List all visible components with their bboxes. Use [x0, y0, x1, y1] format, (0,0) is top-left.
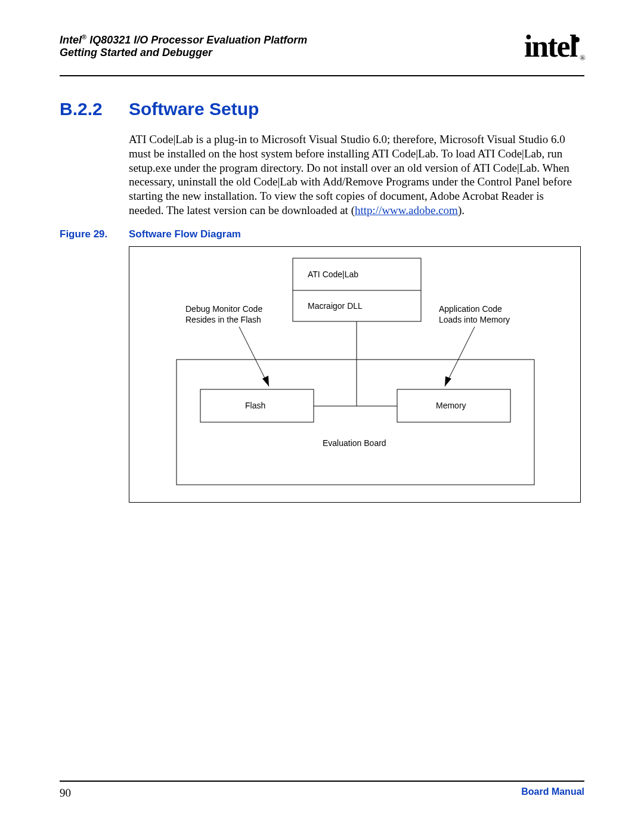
adobe-link[interactable]: http://www.adobe.com [355, 204, 458, 216]
left-note-2: Resides in the Flash [185, 315, 261, 324]
page-number: 90 [60, 786, 71, 799]
memory-label: Memory [436, 401, 466, 410]
arrowhead-icon [262, 376, 269, 386]
page-footer: 90 Board Manual [60, 781, 584, 800]
right-note-2: Loads into Memory [439, 315, 510, 324]
title-rest: IQ80321 I/O Processor Evaluation Platfor… [86, 34, 307, 46]
doc-title-line1: Intel® IQ80321 I/O Processor Evaluation … [60, 33, 584, 47]
top-box-line1: ATI Code|Lab [308, 270, 358, 279]
doc-title-line2: Getting Started and Debugger [60, 47, 584, 59]
registered-mark: ® [82, 33, 86, 41]
flash-label: Flash [245, 401, 265, 410]
figure-number: Figure 29. [60, 228, 129, 240]
top-box-line2: Macraigor DLL [308, 301, 363, 311]
paragraph-text-after: ). [458, 204, 465, 216]
section-heading: B.2.2Software Setup [60, 99, 584, 119]
logo-registered: ® [580, 53, 584, 62]
paragraph-text-before: ATI Code|Lab is a plug-in to Microsoft V… [129, 133, 572, 216]
manual-name: Board Manual [521, 786, 584, 797]
body-paragraph: ATI Code|Lab is a plug-in to Microsoft V… [129, 132, 581, 218]
right-note-1: Application Code [439, 304, 502, 314]
arrowhead-icon [445, 376, 451, 386]
intel-logo: intel® [524, 29, 584, 64]
svg-line-5 [445, 327, 475, 386]
top-box [293, 258, 421, 321]
title-intel: Intel [60, 34, 82, 46]
page-header: Intel® IQ80321 I/O Processor Evaluation … [60, 33, 584, 76]
svg-rect-0 [129, 246, 581, 502]
board-label: Evaluation Board [323, 438, 386, 448]
figure-caption: Figure 29.Software Flow Diagram [60, 228, 584, 240]
logo-dot-icon [574, 37, 580, 42]
section-number: B.2.2 [60, 99, 129, 119]
section-title: Software Setup [129, 99, 259, 119]
left-note-1: Debug Monitor Code [185, 304, 262, 314]
svg-line-4 [239, 327, 269, 386]
logo-text: intel [524, 29, 577, 63]
figure-title: Software Flow Diagram [129, 228, 241, 240]
software-flow-diagram: ATI Code|Lab Macraigor DLL Debug Monitor… [129, 246, 581, 503]
